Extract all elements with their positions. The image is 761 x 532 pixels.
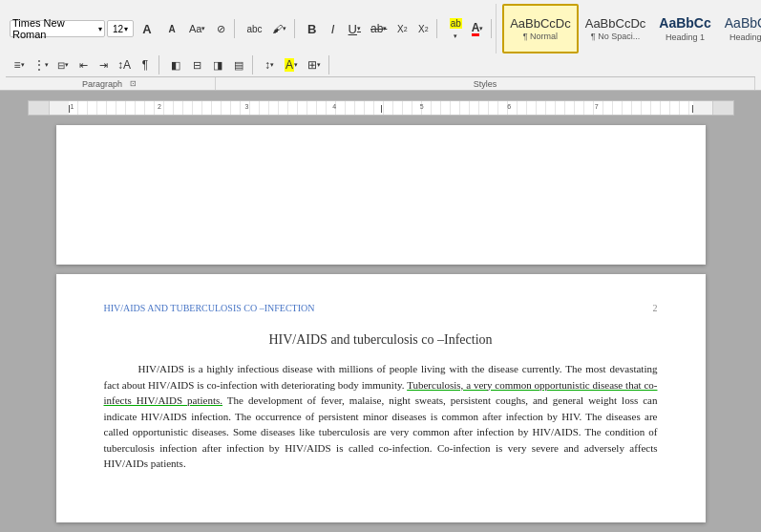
shading-icon: A (285, 58, 294, 72)
align-right-button[interactable]: ◨ (208, 55, 227, 74)
decrease-indent-button[interactable]: ⇤ (74, 55, 93, 74)
ruler-inner: 1 2 3 4 5 6 7 (69, 101, 693, 115)
bullets-button[interactable]: ≡ ▾ (10, 55, 29, 74)
align-left-icon: ◧ (171, 59, 180, 72)
numbering-icon: ⋮ (33, 58, 45, 72)
increase-indent-icon: ⇥ (99, 59, 108, 72)
align-center-icon: ⊟ (193, 59, 201, 72)
line-spacing-button[interactable]: ↕ ▾ (260, 55, 279, 74)
section-labels-bar: Paragraph ⊡ Styles (6, 76, 755, 90)
style-heading2[interactable]: AaBbCc Heading 2 (718, 4, 761, 53)
alignment-group: ◧ ⊟ ◨ ▤ (162, 55, 253, 74)
page-header-text: HIV/AIDS AND TUBERCULOSIS CO –INFECTION (104, 303, 315, 313)
highlight-icon: ab ▾ (449, 17, 462, 40)
numbering-button[interactable]: ⋮ ▾ (30, 55, 53, 74)
align-right-icon: ◨ (213, 59, 222, 72)
clear-icon: ⊘ (217, 23, 225, 35)
underline-button[interactable]: U▾ (345, 19, 365, 38)
style-h2-label: Heading 2 (729, 32, 761, 42)
font-name-dropdown[interactable]: Times New Roman (10, 20, 105, 37)
font-grow-button[interactable]: A (136, 19, 159, 38)
page-1 (56, 125, 706, 265)
misc-group: abc 🖌 ▾ (239, 19, 294, 38)
justify-button[interactable]: ▤ (229, 55, 248, 74)
paint-bucket-button[interactable]: 🖌 ▾ (268, 19, 290, 38)
toolbar-row2: ≡ ▾ ⋮ ▾ ⊟ ▾ ⇤ ⇥ ↕A ¶ (6, 55, 755, 74)
decrease-indent-icon: ⇤ (79, 59, 88, 72)
doc-title: HIV/AIDS and tuberculosis co –Infection (104, 332, 658, 348)
style-h1-preview: AaBbCc (659, 15, 710, 32)
spacing-group: ↕ ▾ A ▾ ⊞ ▾ (256, 55, 329, 74)
style-heading1[interactable]: AaBbCc Heading 1 (652, 4, 717, 53)
border-icon: ⊞ (307, 58, 317, 72)
font-size-dropdown[interactable]: 12 (107, 20, 134, 37)
italic-button[interactable]: I (324, 19, 343, 38)
font-size-value: 12 (113, 24, 123, 34)
pilcrow-icon: ¶ (142, 58, 148, 72)
border-button[interactable]: ⊞ ▾ (304, 55, 325, 74)
paint-bucket-icon: 🖌 (272, 23, 283, 34)
style-nospace-preview: AaBbCcDc (585, 16, 646, 32)
style-nospace-label: ¶ No Spaci... (591, 32, 640, 41)
page-2: HIV/AIDS AND TUBERCULOSIS CO –INFECTION … (56, 274, 706, 522)
sort-icon: ↕A (117, 58, 131, 72)
text-effects-group: ab ▾ A ▾ (441, 19, 492, 38)
sort-button[interactable]: ↕A (114, 55, 135, 74)
bullets-icon: ≡ (13, 58, 20, 72)
format-group: B I U▾ ab▾ X2 X2 (299, 19, 438, 38)
list-group: ≡ ▾ ⋮ ▾ ⊟ ▾ ⇤ ⇥ ↕A ¶ (6, 55, 159, 74)
justify-icon: ▤ (234, 59, 243, 72)
document-area[interactable]: 1 2 3 4 5 6 7 HIV/AIDS AND TUBERCULOSIS … (0, 91, 761, 532)
multilevel-icon: ⊟ (57, 60, 65, 71)
strikethrough-button[interactable]: ab▾ (367, 19, 391, 38)
style-h2-preview: AaBbCc (725, 15, 761, 32)
clear-formatting-button[interactable]: ⊘ (211, 19, 230, 38)
paragraph-expand-button[interactable]: ⊡ (128, 78, 138, 89)
font-name-value: Times New Roman (12, 17, 97, 40)
style-normal-preview: AaBbCcDc (510, 16, 571, 32)
superscript-button[interactable]: X2 (413, 19, 433, 38)
abc-button[interactable]: abc (243, 19, 265, 38)
ruler-gray-left (29, 101, 50, 115)
increase-indent-button[interactable]: ⇥ (94, 55, 113, 74)
styles-label: Styles (216, 77, 755, 90)
ruler-container: 1 2 3 4 5 6 7 (28, 100, 734, 116)
paragraph-label: Paragraph ⊡ (6, 77, 216, 90)
multilevel-list-button[interactable]: ⊟ ▾ (53, 55, 73, 74)
text-highlight-button[interactable]: ab ▾ (445, 19, 466, 38)
styles-section: AaBbCcDc ¶ Normal AaBbCcDc ¶ No Spaci...… (496, 4, 761, 53)
subscript-button[interactable]: X2 (392, 19, 412, 38)
font-shrink-button[interactable]: A (160, 19, 183, 38)
toolbar-row1: Times New Roman 12 A A Aa▾ ⊘ abc 🖌 ▾ (6, 4, 755, 53)
ribbon-toolbar: Times New Roman 12 A A Aa▾ ⊘ abc 🖌 ▾ (0, 0, 761, 91)
shading-button[interactable]: A ▾ (281, 55, 302, 74)
font-group: Times New Roman 12 A A Aa▾ ⊘ (6, 19, 235, 38)
underlined-text: Tuberculosis, a very common opportunisti… (104, 379, 658, 407)
show-paragraph-button[interactable]: ¶ (136, 55, 155, 74)
style-h1-label: Heading 1 (666, 32, 705, 42)
doc-paragraph: HIV/AIDS is a highly infectious disease … (104, 361, 658, 472)
page-header: HIV/AIDS AND TUBERCULOSIS CO –INFECTION … (104, 303, 658, 313)
style-normal-label: ¶ Normal (523, 32, 558, 41)
style-normal[interactable]: AaBbCcDc ¶ Normal (502, 4, 579, 53)
align-center-button[interactable]: ⊟ (187, 55, 206, 74)
style-nospace[interactable]: AaBbCcDc ¶ No Spaci... (579, 4, 653, 53)
align-left-button[interactable]: ◧ (166, 55, 185, 74)
ruler: 1 2 3 4 5 6 7 (28, 100, 734, 116)
page-number: 2 (653, 303, 658, 313)
font-color-icon: A (472, 21, 480, 36)
bold-button[interactable]: B (303, 19, 322, 38)
doc-body: HIV/AIDS is a highly infectious disease … (104, 361, 658, 472)
font-color-button[interactable]: A ▾ (468, 19, 487, 38)
change-case-button[interactable]: Aa▾ (185, 19, 209, 38)
ruler-gray-right (712, 101, 733, 115)
